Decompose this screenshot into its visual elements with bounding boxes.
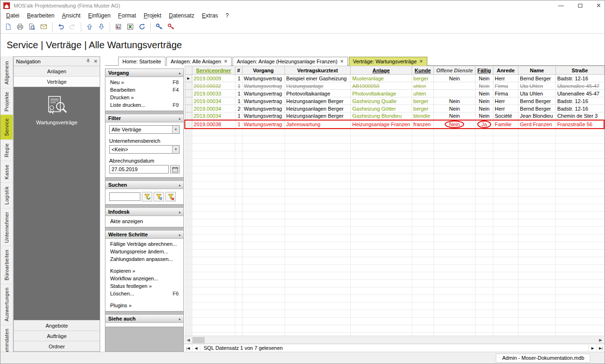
column-header-offene-dienste[interactable]: Offene Dienste — [434, 66, 475, 75]
navigation-current-view[interactable]: Wartungsverträge — [14, 87, 100, 320]
cell-vertragskurztext[interactable]: Heizungsanlagen Berger — [285, 105, 351, 113]
cell-anlage[interactable]: AB1900050 — [351, 82, 412, 90]
task-plugins[interactable]: Plugins » — [105, 302, 183, 309]
collapse-icon[interactable]: ▴ — [179, 210, 181, 214]
cell-anrede[interactable]: Société — [493, 113, 518, 120]
collapse-icon[interactable]: ▴ — [179, 183, 181, 187]
cell-name[interactable]: Bernd Berger — [519, 75, 556, 82]
cell-straße[interactable]: Badstr. 12-16 — [555, 97, 604, 105]
pin-icon[interactable] — [86, 58, 91, 64]
cell-straße[interactable]: Badstr. 12-16 — [555, 75, 604, 82]
menu-item-ansicht[interactable]: Ansicht — [58, 11, 84, 20]
email-button[interactable] — [38, 21, 50, 33]
cell-straße[interactable]: Ulanenallee 45-47 — [555, 90, 604, 97]
menu-item-format[interactable]: Format — [114, 11, 140, 20]
cell-straße[interactable]: Chemin de Ster 3 — [555, 113, 604, 120]
cell-offene-dienste[interactable]: Nein — [434, 105, 475, 113]
sidebar-tab-auswertungen[interactable]: Auswertungen — [0, 284, 13, 325]
nav-item-anlagen[interactable]: Anlagen — [14, 66, 100, 77]
section-header-weitere-schritte[interactable]: Weitere Schritte▴ — [105, 231, 183, 239]
task-liste-drucken[interactable]: Liste drucken...F9 — [105, 101, 183, 109]
row-selector[interactable] — [185, 82, 192, 90]
task-wartungspreise-ändern[interactable]: Wartungspreise ändern... — [105, 248, 183, 255]
filter-apply-button[interactable] — [142, 192, 152, 201]
menu-item-bearbeiten[interactable]: Bearbeiten — [23, 11, 58, 20]
nav-item-aufträge[interactable]: Aufträge — [14, 330, 100, 341]
nav-item-ordner[interactable]: Ordner — [14, 341, 100, 351]
cell-vorgang[interactable]: Wartungsvertrag — [242, 82, 285, 90]
tab-home-startseite[interactable]: Home: Startseite — [118, 57, 165, 66]
row-selector[interactable] — [185, 105, 192, 113]
sidebar-tab-service[interactable]: Service — [0, 115, 13, 140]
cell-vertragskurztext[interactable]: Beispiel einer Gasheizung — [285, 75, 351, 82]
sidebar-tab-allgemein[interactable]: Allgemein — [0, 58, 13, 88]
tab-close-icon[interactable]: × — [340, 59, 344, 64]
report-button[interactable] — [112, 21, 124, 33]
row-selector[interactable]: ▶ — [185, 75, 192, 82]
cell-vorgang[interactable]: Wartungsvertrag — [242, 105, 285, 113]
cell-name[interactable]: Gerd Franzen — [519, 120, 556, 129]
sidebar-tab-projekte[interactable]: Projekte — [0, 88, 13, 115]
cell-vorgang[interactable]: Wartungsvertrag — [242, 97, 285, 105]
excel-export-button[interactable] — [124, 21, 136, 33]
menu-item-[interactable]: ? — [222, 11, 233, 20]
cell-fällig[interactable]: Ja — [475, 120, 493, 129]
cell-serviceordner[interactable]: 2019.00009 — [192, 75, 235, 82]
column-header-anlage[interactable]: Anlage — [351, 66, 412, 75]
column-header-vertragskurztext[interactable]: Vertragskurztext — [285, 66, 351, 75]
cell-vorgang[interactable]: Wartungsvertrag — [242, 90, 285, 97]
print-button[interactable] — [14, 21, 26, 33]
minimize-button[interactable]: — — [558, 3, 564, 9]
cell-vertragskurztext[interactable]: Heizungsanlagen Berger — [285, 97, 351, 105]
cell-anrede[interactable]: Herr — [493, 75, 518, 82]
cell-[interactable]: 1 — [235, 75, 242, 82]
tab-verträge-wartungsverträge[interactable]: Verträge: Wartungsverträge× — [349, 57, 427, 66]
cell-fällig[interactable]: Nein — [475, 90, 493, 97]
cell-kunde[interactable]: blondie — [412, 113, 434, 120]
cell-straße[interactable]: Ulanenallee 45-47 — [555, 82, 604, 90]
tab-anlagen-anlage-heizungsanlage-franzen[interactable]: Anlagen: Anlage (Heizungsanlage Franzen)… — [233, 57, 348, 66]
task-status-festlegen[interactable]: Status festlegen » — [105, 282, 183, 290]
sidebar-tab-kasse[interactable]: Kasse — [0, 161, 13, 183]
cell-kunde[interactable]: franzen — [412, 120, 434, 129]
print-preview-button[interactable] — [26, 21, 38, 33]
sidebar-tab-büroarbeiten[interactable]: Büroarbeiten — [0, 246, 13, 284]
cell-[interactable]: 1 — [235, 90, 242, 97]
cell-anlage[interactable]: Heizungsanlage Franzen — [351, 120, 412, 129]
scroll-right-icon[interactable]: ▶ — [596, 336, 605, 344]
scrollbar-thumb[interactable] — [192, 337, 205, 343]
abrechnungsdatum-input[interactable]: 27.05.2019 — [109, 165, 169, 173]
sidebar-tab-logistik[interactable]: Logistik — [0, 183, 13, 208]
task-drucken[interactable]: Drucken » — [105, 94, 183, 101]
menu-item-einfügen[interactable]: Einfügen — [84, 11, 114, 20]
contract-filter-select[interactable]: Alle Verträge▼ — [109, 125, 180, 134]
cell-anrede[interactable]: Herr — [493, 97, 518, 105]
column-header-serviceordner[interactable]: Serviceordner — [192, 66, 235, 75]
cell-vertragskurztext[interactable]: Photovoltaikanlage — [285, 90, 351, 97]
section-header-filter[interactable]: Filter▴ — [105, 114, 183, 122]
cell-vorgang[interactable]: Wartungsvertrag — [242, 75, 285, 82]
task-zahlungsdaten-anpassen[interactable]: Zahlungsdaten anpassen... — [105, 255, 183, 263]
cell-fällig[interactable]: Nein — [475, 82, 493, 90]
search-input[interactable] — [109, 192, 140, 201]
cell-anlage[interactable]: Photovoltaikanlage — [351, 90, 412, 97]
task-akte-anzeigen[interactable]: Akte anzeigen — [105, 217, 183, 225]
sidebar-tab-regie[interactable]: Regie — [0, 140, 13, 161]
cell-[interactable]: 1 — [235, 113, 242, 120]
cell-[interactable]: 1 — [235, 120, 242, 129]
row-selector[interactable] — [185, 113, 192, 120]
task-kopieren[interactable]: Kopieren » — [105, 267, 183, 275]
cell-serviceordner[interactable]: 2019.00034 — [192, 105, 235, 113]
maximize-button[interactable] — [578, 3, 582, 9]
close-button[interactable]: × — [596, 3, 601, 9]
collapse-icon[interactable]: ▴ — [179, 317, 181, 321]
menu-item-datei[interactable]: Datei — [2, 11, 23, 20]
cell-kunde[interactable]: uhlen — [412, 82, 434, 90]
sidebar-tab-unternehmer[interactable]: Unternehmer — [0, 208, 13, 247]
cell-straße[interactable]: Badstr. 12-16 — [555, 105, 604, 113]
navigate-down-button[interactable] — [95, 21, 107, 33]
nav-item-verträge[interactable]: Verträge — [14, 77, 100, 87]
cell-anrede[interactable]: Firma — [493, 82, 518, 90]
menu-item-extras[interactable]: Extras — [198, 11, 222, 20]
cell-kunde[interactable]: berger — [412, 97, 434, 105]
